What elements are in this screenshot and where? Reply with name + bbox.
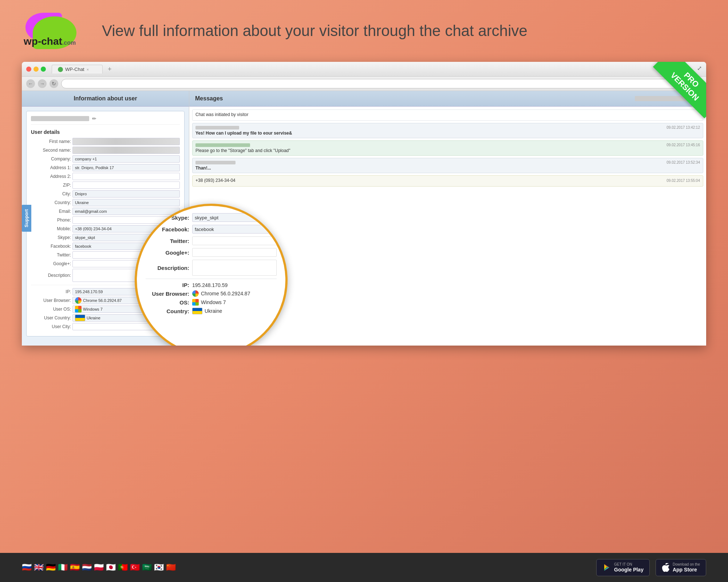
field-label-googleplus: Google+: — [31, 261, 71, 266]
message-row-visitor-2: 09.02.2017 13:52:34 Than!... — [192, 158, 703, 173]
app-store-button[interactable]: Download on the App Store — [656, 559, 706, 576]
mag-value-facebook: facebook — [192, 225, 277, 234]
field-value-company[interactable]: company +1 — [72, 155, 180, 163]
message-row-initiated: Chat was initiated by visitor — [192, 109, 703, 121]
mag-field-row-twitter: Twitter: — [146, 236, 277, 245]
mag-label-description: Description: — [146, 265, 189, 271]
flag-pt: 🇵🇹 — [118, 563, 128, 572]
msg-header: Chat was initiated by visitor — [195, 112, 700, 117]
msg-header: +38 (093) 234-34-04 09.02.2017 13:55:04 — [195, 178, 700, 183]
mag-value-twitter — [192, 236, 277, 245]
tab-close-icon[interactable]: × — [87, 67, 89, 72]
flag-kr: 🇰🇷 — [154, 563, 164, 572]
flag-gb: 🇬🇧 — [34, 563, 44, 572]
tab-label: WP-Chat — [65, 67, 84, 72]
google-play-icon — [602, 563, 611, 572]
msg-text-visitor-2: Than!... — [195, 166, 700, 171]
mag-system-row-country: Country: Ukraine — [146, 308, 277, 314]
mag-system-row-os: OS: Windows 7 — [146, 299, 277, 306]
field-value-secondname[interactable] — [72, 147, 180, 154]
mag-value-description — [192, 260, 277, 276]
field-row: City: Dnipro — [31, 190, 180, 198]
field-row: Phone: — [31, 216, 180, 224]
user-name-row: ✏ — [31, 116, 180, 125]
browser-toolbar: ← → ↻ ≡ — [22, 77, 706, 91]
field-label-browser: User Browser: — [31, 298, 71, 303]
mag-sys-label-ip: IP: — [146, 282, 189, 288]
field-label-secondname: Second name: — [31, 148, 71, 153]
minimize-button-yellow[interactable] — [33, 67, 39, 72]
footer-flags: 🇷🇺 🇬🇧 🇩🇪 🇮🇹 🇪🇸 🇳🇱 🇵🇱 🇯🇵 🇵🇹 🇹🇷 🇸🇦 🇰🇷 🇨🇳 — [22, 563, 176, 572]
address-bar[interactable] — [61, 79, 695, 88]
field-row: Company: company +1 — [31, 155, 180, 163]
page-title: View full information about your visitor… — [102, 22, 527, 40]
forward-button[interactable]: → — [38, 79, 47, 88]
support-tab-label: Support — [24, 209, 29, 227]
user-name-blurred — [31, 116, 89, 121]
store-buttons: GET IT ON Google Play Download on the Ap… — [596, 559, 706, 576]
flag-jp: 🇯🇵 — [106, 563, 116, 572]
msg-time-2: 09.02.2017 13:45:16 — [666, 143, 700, 147]
flag-de: 🇩🇪 — [46, 563, 56, 572]
field-label-company: Company: — [31, 156, 71, 162]
field-label-user-city: User City: — [31, 324, 71, 329]
field-label-ip: IP: — [31, 289, 71, 294]
page-header: wp-chat.com View full information about … — [0, 0, 728, 58]
pro-badge-text: PROVERSION — [653, 62, 706, 118]
traffic-lights — [26, 67, 46, 72]
footer: 🇷🇺 🇬🇧 🇩🇪 🇮🇹 🇪🇸 🇳🇱 🇵🇱 🇯🇵 🇵🇹 🇹🇷 🇸🇦 🇰🇷 🇨🇳 G… — [0, 553, 728, 582]
back-button[interactable]: ← — [26, 79, 35, 88]
mag-system-row-ip: IP: 195.248.170.59 — [146, 282, 277, 288]
field-label-address1: Address 1: — [31, 165, 71, 170]
chrome-icon-mag — [192, 290, 199, 297]
msg-header: 09.02.2017 13:45:16 — [195, 143, 700, 147]
field-label-facebook: Facebook: — [31, 244, 71, 249]
field-label-skype: Skype: — [31, 235, 71, 240]
field-value-city[interactable]: Dnipro — [72, 190, 180, 198]
flag-ukraine-icon — [75, 315, 85, 321]
field-label-country: Country: — [31, 200, 71, 205]
field-row: Address 1: str. Dnipro, Podilsk 17 — [31, 164, 180, 171]
field-value-firstname[interactable] — [72, 138, 180, 145]
mag-sys-value-ip: 195.248.170.59 — [192, 282, 228, 288]
msg-header: 09.02.2017 13:52:34 — [195, 160, 700, 164]
field-label-twitter: Twitter: — [31, 252, 71, 258]
apple-sub: Download on the — [673, 562, 700, 566]
user-info-panel-header: Information about user — [22, 91, 189, 107]
field-value-email[interactable]: email@gmail.com — [72, 208, 180, 215]
msg-time-4: 09.02.2017 13:55:04 — [666, 179, 700, 183]
google-play-button[interactable]: GET IT ON Google Play — [596, 559, 650, 576]
close-button-red[interactable] — [26, 67, 31, 72]
field-value-zip[interactable] — [72, 182, 180, 189]
flag-it: 🇮🇹 — [58, 563, 68, 572]
new-tab-button[interactable]: + — [106, 65, 114, 73]
field-value-address1[interactable]: str. Dnipro, Podilsk 17 — [72, 164, 180, 171]
mag-sys-label-country: Country: — [146, 308, 189, 314]
apple-main: App Store — [673, 567, 697, 573]
mag-label-twitter: Twitter: — [146, 238, 189, 244]
field-label-city: City: — [31, 191, 71, 196]
chrome-icon — [75, 297, 82, 304]
field-row: Address 2: — [31, 173, 180, 180]
support-tab[interactable]: Support — [22, 205, 31, 232]
mag-sys-label-os: OS: — [146, 299, 189, 306]
maximize-button-green[interactable] — [41, 67, 46, 72]
flag-tr: 🇹🇷 — [130, 563, 140, 572]
field-value-country[interactable]: Ukraine — [72, 199, 180, 206]
msg-time-1: 09.02.2017 13:42:12 — [666, 125, 700, 129]
windows-icon-mag — [192, 299, 199, 306]
flag-nl: 🇳🇱 — [82, 563, 92, 572]
windows-icon — [75, 306, 82, 312]
msg-header: 09.02.2017 13:42:12 — [195, 125, 700, 129]
field-value-address2[interactable] — [72, 173, 180, 180]
edit-icon[interactable]: ✏ — [92, 116, 96, 121]
user-details-section-title: User details — [31, 129, 180, 135]
sender-blurred — [195, 126, 239, 129]
google-play-main: Google Play — [614, 567, 644, 573]
refresh-button[interactable]: ↻ — [50, 79, 58, 88]
browser-tab[interactable]: WP-Chat × — [52, 65, 103, 73]
tab-favicon — [58, 67, 63, 72]
logo-text: wp-chat.com — [24, 36, 76, 47]
msg-text-initiated: Chat was initiated by visitor — [195, 112, 248, 117]
flag-ru: 🇷🇺 — [22, 563, 32, 572]
